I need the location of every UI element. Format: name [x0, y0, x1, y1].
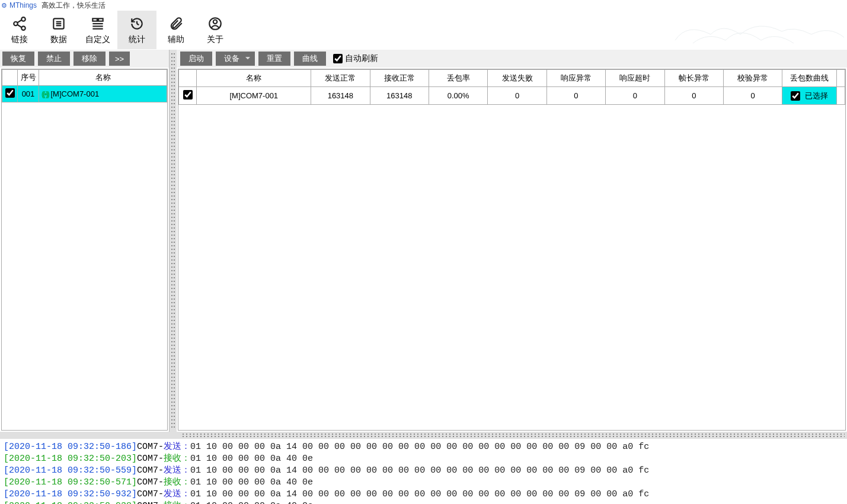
list-icon — [50, 15, 67, 32]
tab-assist[interactable]: 辅助 — [156, 11, 196, 49]
cell-send-ok: 163148 — [311, 87, 370, 105]
curve-checkbox[interactable] — [791, 91, 800, 101]
app-slogan: 高效工作，快乐生活 — [41, 1, 106, 11]
svg-point-2 — [21, 26, 25, 30]
autorefresh-checkbox[interactable] — [333, 54, 343, 63]
tab-label: 数据 — [50, 34, 67, 45]
col-loss-curve[interactable]: 丢包数曲线 — [782, 70, 836, 87]
cell-loss-rate: 0.00% — [429, 87, 487, 105]
cell-resp-err: 0 — [546, 87, 605, 105]
history-icon — [129, 15, 145, 32]
col-frame-err[interactable]: 帧长异常 — [664, 70, 723, 87]
user-icon — [207, 15, 223, 32]
table-row[interactable]: [M]COM7-001 163148 163148 0.00% 0 0 0 0 … — [179, 87, 845, 105]
table-row[interactable]: 001 ((•)) [M]COM7-001 — [2, 86, 167, 102]
tab-link[interactable]: 链接 — [0, 11, 39, 49]
left-panel: 恢复 禁止 移除 >> 序号 名称 001 — [0, 50, 170, 432]
scroll-gutter-cell — [836, 87, 845, 105]
cell-loss-curve[interactable]: 已选择 — [782, 87, 836, 105]
log-panel[interactable]: [2020-11-18 09:32:50-186]COM7-发送：01 10 0… — [0, 439, 847, 504]
vertical-splitter[interactable] — [170, 50, 177, 432]
cell-recv-ok: 163148 — [370, 87, 429, 105]
share-icon — [11, 15, 28, 32]
log-line: [2020-11-18 09:32:50-559]COM7-发送：01 10 0… — [4, 465, 843, 477]
index-header[interactable]: 序号 — [18, 70, 39, 86]
tab-label: 自定义 — [85, 34, 110, 45]
left-table-wrap[interactable]: 序号 名称 001 ((•)) [M]COM7-001 — [1, 69, 168, 431]
row-name: [M]COM7-001 — [51, 89, 100, 98]
right-panel: 启动 设备 重置 曲线 自动刷新 名称 — [177, 50, 847, 432]
row-index: 001 — [18, 86, 39, 102]
decorative-clouds — [669, 11, 847, 50]
stats-table-wrap[interactable]: 名称 发送正常 接收正常 丢包率 发送失败 响应异常 响应超时 帧长异常 校验异… — [178, 69, 846, 431]
name-header[interactable]: 名称 — [39, 70, 167, 86]
checkbox-header[interactable] — [179, 70, 197, 87]
forbid-button[interactable]: 禁止 — [38, 52, 70, 66]
cell-name: [M]COM7-001 — [197, 87, 311, 105]
svg-line-15 — [137, 24, 139, 25]
start-button[interactable]: 启动 — [180, 52, 212, 66]
log-line: [2020-11-18 09:32:50-203]COM7-接收：01 10 0… — [4, 453, 843, 465]
device-list-table: 序号 名称 001 ((•)) [M]COM7-001 — [2, 69, 167, 102]
col-resp-timeout[interactable]: 响应超时 — [606, 70, 664, 87]
checkbox-header[interactable] — [2, 70, 18, 86]
col-check-err[interactable]: 校验异常 — [724, 70, 782, 87]
tab-data[interactable]: 数据 — [39, 11, 78, 49]
paperclip-icon — [168, 15, 184, 32]
signal-icon: ((•)) — [41, 89, 49, 98]
main-tabs: 链接 数据 自定义 统计 辅助 关于 — [0, 11, 847, 50]
scroll-gutter — [836, 70, 845, 87]
svg-line-4 — [17, 24, 22, 27]
curve-button[interactable]: 曲线 — [294, 52, 326, 66]
row-checkbox[interactable] — [5, 88, 15, 98]
svg-point-17 — [213, 20, 218, 24]
col-resp-err[interactable]: 响应异常 — [546, 70, 605, 87]
horizontal-splitter[interactable] — [0, 432, 847, 439]
autorefresh-label[interactable]: 自动刷新 — [333, 53, 378, 64]
tab-stats[interactable]: 统计 — [117, 11, 156, 49]
row-checkbox[interactable] — [183, 90, 193, 99]
cell-frame-err: 0 — [664, 87, 723, 105]
title-bar: ⚙ MThings 高效工作，快乐生活 — [0, 0, 847, 11]
svg-point-1 — [21, 17, 25, 21]
tab-label: 统计 — [129, 34, 145, 45]
right-toolbar: 启动 设备 重置 曲线 自动刷新 — [177, 50, 847, 68]
remove-button[interactable]: 移除 — [73, 52, 106, 66]
col-name[interactable]: 名称 — [197, 70, 311, 87]
stats-table: 名称 发送正常 接收正常 丢包率 发送失败 响应异常 响应超时 帧长异常 校验异… — [178, 69, 845, 105]
log-line: [2020-11-18 09:32:50-571]COM7-接收：01 10 0… — [4, 477, 843, 489]
tab-about[interactable]: 关于 — [196, 11, 235, 49]
app-name: MThings — [9, 1, 37, 9]
log-line: [2020-11-18 09:32:50-938]COM7-接收：01 10 0… — [4, 500, 843, 504]
tab-label: 关于 — [207, 34, 223, 45]
svg-rect-10 — [98, 18, 103, 21]
svg-line-3 — [17, 20, 22, 23]
tab-label: 链接 — [11, 34, 28, 45]
layout-icon — [90, 15, 106, 32]
device-dropdown[interactable]: 设备 — [216, 52, 255, 66]
svg-point-0 — [14, 21, 18, 25]
cell-resp-timeout: 0 — [606, 87, 664, 105]
col-send-fail[interactable]: 发送失败 — [488, 70, 546, 87]
forward-button[interactable]: >> — [109, 52, 130, 66]
log-line: [2020-11-18 09:32:50-932]COM7-发送：01 10 0… — [4, 489, 843, 500]
cell-check-err: 0 — [724, 87, 782, 105]
tab-custom[interactable]: 自定义 — [78, 11, 117, 49]
restore-button[interactable]: 恢复 — [2, 52, 34, 66]
left-toolbar: 恢复 禁止 移除 >> — [0, 50, 169, 68]
app-icon: ⚙ — [1, 2, 7, 9]
col-send-ok[interactable]: 发送正常 — [311, 70, 370, 87]
reset-button[interactable]: 重置 — [258, 52, 290, 66]
cell-send-fail: 0 — [488, 87, 546, 105]
col-loss-rate[interactable]: 丢包率 — [429, 70, 487, 87]
log-line: [2020-11-18 09:32:50-186]COM7-发送：01 10 0… — [4, 441, 843, 453]
tab-label: 辅助 — [168, 34, 184, 45]
svg-rect-9 — [92, 18, 97, 21]
col-recv-ok[interactable]: 接收正常 — [370, 70, 429, 87]
